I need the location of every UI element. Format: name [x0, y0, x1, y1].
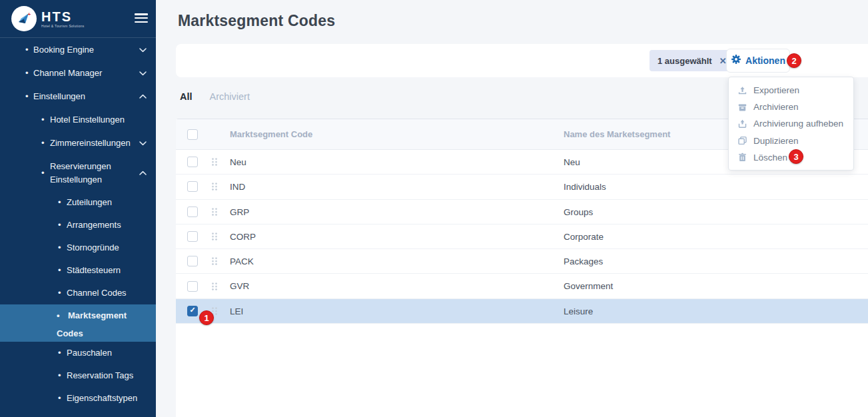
cell-marktsegment-code: LEI: [230, 299, 243, 324]
drag-handle-icon[interactable]: [211, 158, 218, 167]
duplicate-icon: [737, 136, 747, 145]
sidebar-item-zimmereinstellungen[interactable]: •Zimmereinstellungen: [0, 131, 156, 155]
sidebar-item-einstellungen[interactable]: •Einstellungen: [0, 85, 156, 108]
sidebar-nav: •Booking Engine •Channel Manager •Einste…: [0, 38, 156, 410]
export-icon: [737, 86, 747, 95]
sidebar-item-booking-engine[interactable]: •Booking Engine: [0, 38, 156, 61]
table-body: Neu Neu IND Individuals GRP: [176, 150, 868, 324]
clear-selection-icon[interactable]: ✕: [719, 56, 727, 66]
row-checkbox[interactable]: [187, 281, 198, 292]
cell-marketsegment-name: Leisure: [564, 299, 593, 324]
sidebar-item-marktsegment-codes[interactable]: •Marktsegment Codes: [0, 304, 156, 342]
drag-handle-icon[interactable]: [211, 183, 218, 191]
sidebar-item-zuteilungen[interactable]: •Zuteilungen: [0, 191, 156, 214]
menu-item-exportieren[interactable]: Exportieren: [729, 82, 853, 99]
row-checkbox[interactable]: [187, 306, 198, 316]
logo-band: + HTS Hotel & Tourism Solutions: [0, 0, 156, 38]
brand-block: HTS Hotel & Tourism Solutions: [41, 10, 85, 28]
sidebar-item-channel-codes[interactable]: •Channel Codes: [0, 282, 156, 304]
archive-icon: [737, 103, 747, 112]
annotation-badge-3: 3: [789, 149, 803, 164]
main-content: Marktsegment Codes 1 ausgewählt ✕ Aktion…: [156, 0, 868, 417]
selection-count-label: 1 ausgewählt: [657, 56, 712, 66]
sidebar-item-hotel-einstellungen[interactable]: •Hotel Einstellungen: [0, 108, 156, 131]
cell-marketsegment-name: Corporate: [564, 224, 604, 249]
select-all-checkbox[interactable]: [187, 129, 198, 140]
unarchive-icon: [737, 119, 747, 129]
brand-name: HTS: [41, 10, 85, 23]
table-row[interactable]: IND Individuals: [176, 175, 868, 199]
hts-logo: +: [11, 6, 37, 31]
cell-marketsegment-name: Government: [564, 274, 613, 298]
row-checkbox[interactable]: [187, 231, 198, 242]
cell-marktsegment-code: Neu: [230, 150, 246, 175]
cell-marktsegment-code: PACK: [230, 249, 254, 274]
filter-tabs: All Archiviert: [180, 91, 250, 102]
selection-chip: 1 ausgewählt ✕: [650, 50, 735, 71]
drag-handle-icon[interactable]: [211, 282, 218, 290]
svg-text:+: +: [28, 11, 31, 17]
chevron-down-icon: [139, 141, 147, 145]
table-row[interactable]: PACK Packages: [176, 249, 868, 274]
table-row[interactable]: GVR Government: [176, 274, 868, 298]
trash-icon: [737, 153, 747, 162]
sidebar-item-arrangements[interactable]: •Arrangements: [0, 214, 156, 236]
hamburger-menu-icon[interactable]: [135, 13, 148, 24]
cell-marktsegment-code: GVR: [230, 274, 249, 298]
sidebar-item-eigenschaftstypen[interactable]: •Eigenschaftstypen: [0, 387, 156, 410]
paper-plane-icon: +: [16, 11, 32, 27]
tab-archiviert[interactable]: Archiviert: [210, 91, 250, 102]
column-header-name: Name des Marketsegment: [564, 119, 670, 150]
tab-all[interactable]: All: [180, 91, 193, 102]
chevron-up-icon: [139, 94, 147, 99]
table-row[interactable]: LEI Leisure: [176, 299, 868, 324]
row-checkbox[interactable]: [187, 256, 198, 266]
sidebar-item-reservation-tags[interactable]: •Reservation Tags: [0, 364, 156, 387]
column-header-code: Marktsegment Code: [230, 119, 312, 150]
toolbar: 1 ausgewählt ✕ Aktionen: [176, 44, 868, 77]
sidebar-item-pauschalen[interactable]: •Pauschalen: [0, 342, 156, 364]
sidebar-item-reservierungen-einstellungen[interactable]: •Reservierungen Einstellungen: [0, 155, 156, 191]
page-title: Marktsegment Codes: [178, 12, 335, 30]
drag-handle-icon[interactable]: [211, 257, 218, 266]
sidebar-item-channel-manager[interactable]: •Channel Manager: [0, 61, 156, 85]
menu-item-archivieren[interactable]: Archivieren: [729, 99, 853, 115]
gear-icon: [731, 54, 741, 67]
menu-item-archivierung-aufheben[interactable]: Archivierung aufheben: [729, 115, 853, 132]
cell-marketsegment-name: Groups: [564, 200, 593, 224]
sidebar-item-stornogruende[interactable]: •Stornogründe: [0, 236, 156, 259]
chevron-up-icon: [139, 171, 147, 175]
drag-handle-icon[interactable]: [211, 207, 218, 216]
chevron-down-icon: [139, 71, 147, 75]
sidebar: + HTS Hotel & Tourism Solutions •Booking…: [0, 0, 156, 417]
row-checkbox[interactable]: [187, 181, 198, 192]
annotation-badge-1: 1: [199, 310, 214, 325]
annotation-badge-2: 2: [787, 53, 801, 68]
sidebar-item-staedtesteuern[interactable]: •Städtesteuern: [0, 259, 156, 282]
actions-button[interactable]: Aktionen: [726, 49, 790, 73]
actions-button-label: Aktionen: [745, 55, 785, 66]
cell-marktsegment-code: IND: [230, 175, 245, 199]
row-checkbox[interactable]: [187, 157, 198, 167]
brand-subtitle: Hotel & Tourism Solutions: [41, 25, 85, 28]
menu-item-duplizieren[interactable]: Duplizieren: [729, 133, 853, 149]
cell-marktsegment-code: CORP: [230, 224, 256, 249]
drag-handle-icon[interactable]: [211, 232, 218, 241]
row-checkbox[interactable]: [187, 207, 198, 217]
table-row[interactable]: GRP Groups: [176, 200, 868, 224]
table-row[interactable]: CORP Corporate: [176, 224, 868, 249]
app-window: + HTS Hotel & Tourism Solutions •Booking…: [0, 0, 868, 417]
cell-marketsegment-name: Individuals: [564, 175, 606, 199]
chevron-down-icon: [139, 47, 147, 52]
cell-marketsegment-name: Packages: [564, 249, 603, 274]
cell-marktsegment-code: GRP: [230, 200, 249, 224]
cell-marketsegment-name: Neu: [564, 150, 580, 175]
